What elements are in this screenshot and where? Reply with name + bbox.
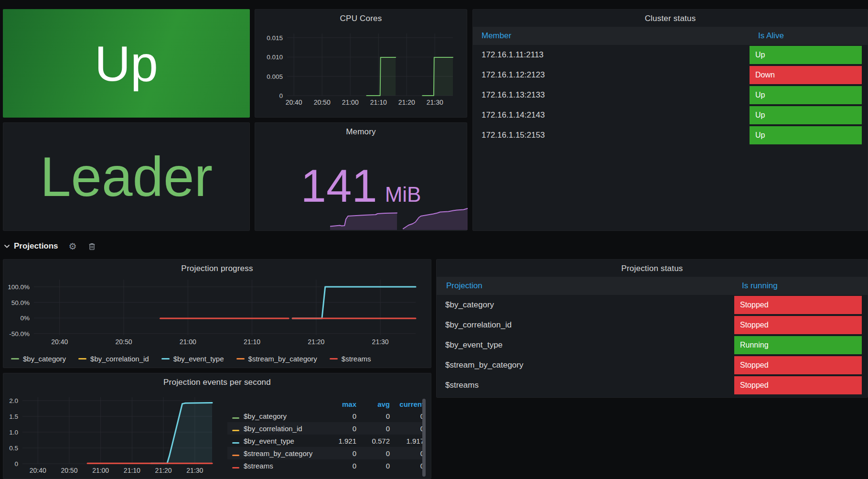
series-max: 0	[326, 425, 356, 433]
legend-table-header: max avg current	[227, 398, 424, 410]
legend-row[interactable]: $by_correlation_id 0 0 0	[227, 422, 424, 435]
svg-text:21:20: 21:20	[398, 98, 415, 106]
chevron-down-icon[interactable]	[4, 244, 10, 249]
projection-events-title[interactable]: Projection events per second	[3, 378, 431, 387]
column-header-is-alive[interactable]: Is Alive	[758, 27, 784, 45]
series-name: $by_event_type	[244, 437, 326, 445]
cluster-table-rows: 172.16.1.11:2113 Up 172.16.1.12:2123 Dow…	[473, 45, 868, 145]
panel-projection-events: Projection events per second 20:4020:502…	[3, 373, 431, 479]
table-row: 172.16.1.13:2133 Up	[473, 85, 868, 105]
table-row: $by_category Stopped	[437, 295, 868, 315]
cpu-cores-title[interactable]: CPU Cores	[255, 14, 467, 23]
projection-events-chart[interactable]: 20:4020:5021:0021:1021:2021:3000.51.01.5…	[7, 390, 220, 477]
member-address: 172.16.1.15:2153	[482, 125, 545, 145]
svg-text:21:30: 21:30	[186, 467, 203, 474]
column-header-member[interactable]: Member	[482, 27, 511, 45]
legend-item[interactable]: $by_category	[11, 355, 66, 363]
legend-item[interactable]: $streams	[330, 355, 371, 363]
svg-text:-50.0%: -50.0%	[9, 330, 30, 337]
column-header-current[interactable]: current	[390, 400, 424, 408]
projection-progress-title[interactable]: Projection progress	[3, 264, 431, 273]
node-status-value: Up	[95, 39, 158, 88]
svg-text:20:50: 20:50	[115, 338, 132, 346]
series-max: 0	[326, 462, 356, 470]
legend-row[interactable]: $stream_by_category 0 0 0	[227, 447, 424, 459]
series-color-dash	[232, 430, 239, 431]
memory-stat: 141MiB	[255, 163, 467, 209]
projection-progress-chart[interactable]: 20:4020:5021:0021:1021:2021:30-50.0%0%50…	[7, 276, 428, 348]
gear-icon[interactable]: ⚙	[69, 242, 77, 251]
series-color-dash	[11, 358, 19, 359]
projection-name: $by_correlation_id	[445, 315, 512, 335]
column-header-max[interactable]: max	[326, 400, 356, 408]
node-role-value: Leader	[40, 149, 213, 205]
legend-item[interactable]: $by_event_type	[161, 355, 224, 363]
svg-text:21:10: 21:10	[124, 467, 140, 474]
svg-text:0.5: 0.5	[9, 445, 18, 452]
dashboard-row-projections: Projections ⚙	[4, 238, 96, 254]
cpu-cores-chart[interactable]: 20:4020:5021:0021:1021:2021:3000.0050.01…	[259, 27, 464, 114]
svg-text:0: 0	[279, 92, 283, 99]
table-row: $by_correlation_id Stopped	[437, 315, 868, 335]
series-current: 0	[390, 449, 424, 457]
status-badge: Up	[750, 106, 862, 124]
svg-text:2.0: 2.0	[9, 397, 18, 404]
cluster-status-title[interactable]: Cluster status	[473, 14, 868, 23]
series-name: $stream_by_category	[244, 449, 326, 457]
svg-text:21:30: 21:30	[427, 98, 443, 106]
panel-node-status: Up	[3, 9, 250, 118]
svg-text:21:30: 21:30	[372, 338, 389, 346]
memory-value: 141	[301, 160, 377, 211]
svg-text:100.0%: 100.0%	[8, 283, 30, 291]
legend-row[interactable]: $streams 0 0 0	[227, 459, 424, 472]
legend-row[interactable]: $by_category 0 0 0	[227, 410, 424, 422]
svg-text:20:40: 20:40	[51, 338, 68, 346]
series-color-dash	[78, 358, 86, 359]
series-color-dash	[236, 358, 245, 359]
column-header-is-running[interactable]: Is running	[742, 277, 778, 295]
memory-unit: MiB	[385, 183, 421, 206]
status-badge: Up	[750, 46, 862, 64]
svg-text:20:50: 20:50	[314, 98, 331, 106]
svg-text:20:50: 20:50	[61, 467, 77, 474]
column-header-projection[interactable]: Projection	[446, 277, 482, 295]
svg-text:0.010: 0.010	[267, 54, 283, 61]
status-badge: Running	[734, 336, 862, 354]
series-color-dash	[161, 358, 170, 359]
table-row: 172.16.1.14:2143 Up	[473, 105, 868, 125]
status-table-rows: $by_category Stopped $by_correlation_id …	[437, 295, 868, 395]
table-row: $stream_by_category Stopped	[437, 355, 868, 375]
svg-text:0%: 0%	[20, 315, 30, 322]
series-avg: 0	[356, 449, 390, 457]
grafana-dashboard: Up Leader CPU Cores 20:4020:5021:0021:10…	[0, 0, 868, 479]
memory-title[interactable]: Memory	[255, 127, 467, 137]
legend-item[interactable]: $by_correlation_id	[78, 355, 149, 363]
legend-scrollbar[interactable]	[422, 399, 426, 477]
panel-cluster-status: Cluster status Member Is Alive 172.16.1.…	[472, 9, 868, 231]
series-max: 1.921	[326, 437, 356, 445]
series-max: 0	[326, 412, 356, 420]
series-current: 0	[390, 462, 424, 470]
projection-name: $by_event_type	[445, 335, 503, 355]
projection-status-title[interactable]: Projection status	[437, 264, 868, 273]
legend-label: $by_category	[23, 355, 66, 363]
panel-cpu-cores: CPU Cores 20:4020:5021:0021:1021:2021:30…	[255, 9, 467, 118]
legend-item[interactable]: $stream_by_category	[236, 355, 317, 363]
legend-label: $streams	[342, 355, 371, 363]
status-badge: Up	[750, 126, 862, 144]
svg-text:0.015: 0.015	[267, 34, 283, 42]
legend-label: $by_event_type	[173, 355, 224, 363]
status-badge: Stopped	[734, 356, 862, 374]
trash-icon[interactable]	[88, 242, 96, 250]
svg-text:21:10: 21:10	[370, 98, 387, 106]
series-color-dash	[330, 358, 338, 359]
status-badge: Stopped	[734, 316, 862, 334]
memory-sparkline	[330, 205, 468, 230]
svg-text:20:40: 20:40	[30, 467, 46, 474]
series-name: $by_correlation_id	[244, 425, 326, 433]
column-header-avg[interactable]: avg	[356, 400, 390, 408]
legend-row[interactable]: $by_event_type 1.921 0.572 1.917	[227, 435, 424, 447]
svg-text:21:20: 21:20	[155, 467, 172, 474]
series-current: 0	[390, 425, 424, 433]
row-title-projections[interactable]: Projections	[14, 241, 58, 251]
